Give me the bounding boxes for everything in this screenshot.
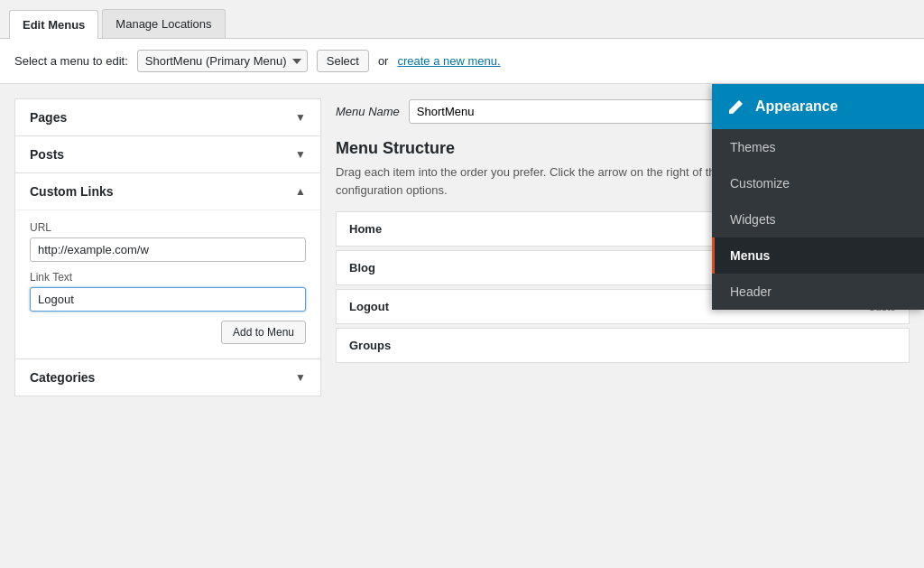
accordion-custom-links-label: Custom Links — [30, 184, 114, 199]
appearance-panel-header: Appearance — [712, 84, 924, 129]
accordion-custom-links-arrow: ▲ — [295, 185, 306, 198]
create-new-menu-link[interactable]: create a new menu. — [397, 54, 500, 68]
accordion-categories-arrow: ▼ — [295, 371, 306, 384]
accordion-custom-links: Custom Links ▲ URL Link Text Add to Menu — [14, 173, 321, 359]
menu-item-groups[interactable]: Groups — [336, 328, 910, 363]
custom-links-content: URL Link Text Add to Menu — [15, 210, 320, 358]
appearance-panel: Appearance Themes Customize Widgets Menu… — [712, 84, 924, 310]
accordion-pages-arrow: ▼ — [295, 111, 306, 124]
accordion-posts-header[interactable]: Posts ▼ — [15, 136, 320, 172]
link-text-row: Link Text — [30, 271, 306, 312]
accordion-categories-label: Categories — [30, 370, 95, 385]
select-button[interactable]: Select — [317, 50, 369, 72]
accordion-posts: Posts ▼ — [14, 136, 321, 173]
accordion-pages-label: Pages — [30, 110, 67, 125]
link-text-label: Link Text — [30, 271, 306, 284]
main-area: Pages ▼ Posts ▼ Custom Links ▲ URL — [0, 84, 924, 411]
accordion-pages: Pages ▼ — [14, 98, 321, 136]
select-menu-bar: Select a menu to edit: ShortMenu (Primar… — [0, 39, 924, 84]
appearance-menu-customize[interactable]: Customize — [712, 165, 924, 201]
accordion-posts-arrow: ▼ — [295, 148, 306, 161]
appearance-menu-themes[interactable]: Themes — [712, 129, 924, 165]
add-to-menu-button[interactable]: Add to Menu — [221, 321, 306, 344]
left-panel: Pages ▼ Posts ▼ Custom Links ▲ URL — [14, 98, 321, 396]
menu-item-groups-label: Groups — [349, 339, 896, 352]
url-label: URL — [30, 221, 306, 234]
menu-select-dropdown[interactable]: ShortMenu (Primary Menu) — [137, 50, 308, 72]
appearance-panel-title: Appearance — [755, 98, 838, 115]
url-row: URL — [30, 221, 306, 262]
tab-edit-menus[interactable]: Edit Menus — [9, 10, 98, 39]
tab-bar: Edit Menus Manage Locations — [0, 0, 924, 39]
accordion-custom-links-header[interactable]: Custom Links ▲ — [15, 173, 320, 210]
appearance-menu-header[interactable]: Header — [712, 274, 924, 310]
accordion-categories: Categories ▼ — [14, 359, 321, 396]
url-input[interactable] — [30, 237, 306, 262]
menu-name-label: Menu Name — [336, 105, 400, 118]
appearance-menu-menus[interactable]: Menus — [712, 237, 924, 274]
link-text-input[interactable] — [30, 287, 306, 312]
tab-manage-locations[interactable]: Manage Locations — [102, 9, 225, 38]
appearance-menu-widgets[interactable]: Widgets — [712, 201, 924, 237]
accordion-categories-header[interactable]: Categories ▼ — [15, 359, 320, 396]
accordion-posts-label: Posts — [30, 147, 64, 162]
accordion-pages-header[interactable]: Pages ▼ — [15, 99, 320, 135]
appearance-icon — [726, 97, 746, 116]
select-menu-label: Select a menu to edit: — [14, 54, 128, 68]
or-text: or — [378, 54, 389, 68]
